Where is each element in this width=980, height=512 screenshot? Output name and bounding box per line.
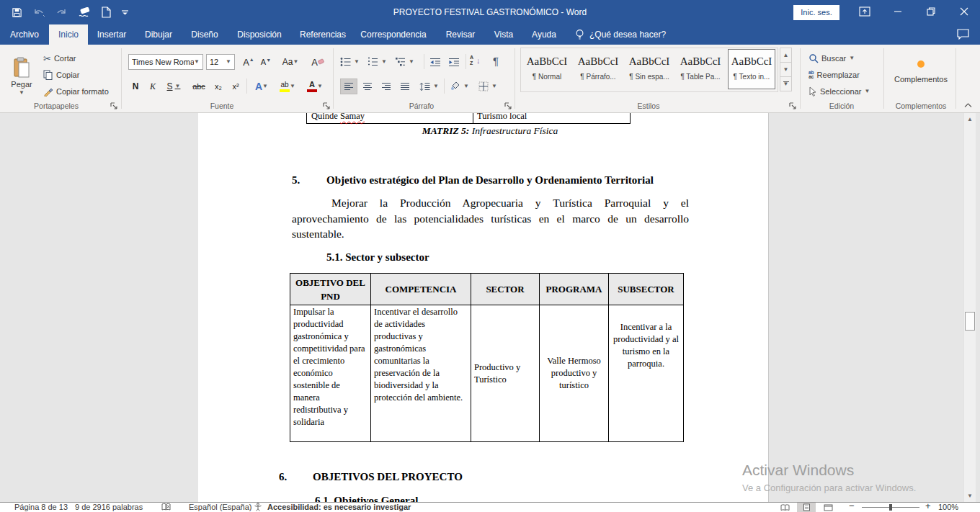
justify-button[interactable] bbox=[396, 78, 414, 94]
tab-dibujar[interactable]: Dibujar bbox=[137, 24, 180, 45]
chevron-down-icon: ▼ bbox=[381, 59, 387, 65]
zoom-out-button[interactable]: − bbox=[849, 501, 855, 511]
page-indicator[interactable]: Página 8 de 13 bbox=[14, 503, 68, 512]
scroll-down-icon[interactable]: ▼ bbox=[964, 490, 976, 502]
style-table-paragraph[interactable]: AaBbCcI ¶ Table Pa... bbox=[677, 49, 724, 89]
styles-scroll-up-button[interactable]: ▲ bbox=[780, 48, 792, 63]
paste-button[interactable]: Pegar ▼ bbox=[6, 49, 37, 104]
align-center-button[interactable] bbox=[359, 78, 376, 94]
strikethrough-button[interactable]: abc bbox=[189, 78, 209, 94]
text-effects-button[interactable]: A▼ bbox=[251, 78, 272, 94]
shading-button[interactable]: ▼ bbox=[450, 78, 469, 94]
clipboard-dialog-launcher-icon[interactable] bbox=[110, 100, 119, 109]
web-layout-button[interactable] bbox=[819, 503, 837, 512]
tab-ayuda[interactable]: Ayuda bbox=[525, 24, 564, 45]
italic-button[interactable]: K bbox=[145, 78, 161, 94]
select-button[interactable]: Seleccionar ▼ bbox=[808, 84, 870, 99]
clear-formatting-button[interactable]: A bbox=[310, 54, 326, 70]
align-right-button[interactable] bbox=[378, 78, 395, 94]
highlight-color-button[interactable]: ab ▼ bbox=[275, 78, 300, 94]
bold-button[interactable]: N bbox=[128, 78, 143, 94]
scrollbar-thumb[interactable] bbox=[965, 312, 975, 331]
styles-more-button[interactable]: ▼ bbox=[780, 76, 792, 91]
tab-referencias[interactable]: Referencias bbox=[294, 24, 352, 45]
decrease-indent-button[interactable] bbox=[429, 54, 441, 70]
customize-qat-icon[interactable] bbox=[122, 9, 128, 16]
increase-indent-button[interactable] bbox=[448, 54, 460, 70]
select-pointer-icon bbox=[808, 86, 817, 96]
multilevel-list-button[interactable]: ▼ bbox=[395, 54, 414, 70]
zoom-level[interactable]: 100% bbox=[938, 503, 958, 512]
style-texto-independiente[interactable]: AaBbCcI ¶ Texto in... bbox=[728, 49, 775, 89]
tab-disposicion[interactable]: Disposición bbox=[231, 24, 288, 45]
bullets-button[interactable]: ▼ bbox=[340, 54, 360, 70]
tab-vista[interactable]: Vista bbox=[487, 24, 520, 45]
print-layout-button[interactable] bbox=[797, 503, 816, 512]
replace-button[interactable]: abac Reemplazar bbox=[808, 67, 860, 83]
undo-icon[interactable] bbox=[33, 7, 45, 17]
zoom-in-button[interactable]: + bbox=[925, 501, 931, 511]
font-size-value: 12 bbox=[210, 58, 218, 66]
tab-archivo[interactable]: Archivo bbox=[4, 24, 45, 45]
accessibility-status[interactable]: Accesibilidad: es necesario investigar bbox=[267, 503, 411, 512]
zoom-slider-thumb[interactable] bbox=[889, 504, 892, 511]
close-button[interactable] bbox=[950, 0, 979, 23]
tab-revisar[interactable]: Revisar bbox=[438, 24, 483, 45]
word-count[interactable]: 9 de 2916 palabras bbox=[75, 503, 143, 512]
paragraph-dialog-launcher-icon[interactable] bbox=[504, 100, 513, 109]
style-parrafo[interactable]: AaBbCcI ¶ Párrafo... bbox=[574, 49, 622, 89]
tab-correspondencia[interactable]: Correspondencia bbox=[356, 24, 431, 45]
scroll-up-icon[interactable]: ▲ bbox=[964, 113, 976, 125]
tab-insertar[interactable]: Insertar bbox=[89, 24, 134, 45]
find-button[interactable]: Buscar ▼ bbox=[808, 50, 855, 66]
cut-button[interactable]: ✂ Cortar bbox=[43, 50, 76, 66]
style-normal[interactable]: AaBbCcI ¶ Normal bbox=[523, 49, 571, 89]
shrink-font-button[interactable]: A▼ bbox=[258, 54, 274, 70]
chevron-down-icon: ▼ bbox=[262, 84, 268, 89]
styles-scroll-down-button[interactable]: ▼ bbox=[780, 62, 792, 77]
format-painter-button[interactable]: Copiar formato bbox=[43, 84, 109, 99]
paste-label: Pegar bbox=[11, 80, 32, 89]
numbering-button[interactable]: ▼ bbox=[368, 54, 387, 70]
pilcrow-icon: ¶ bbox=[493, 55, 499, 67]
tell-me-box[interactable]: ¿Qué desea hacer? bbox=[575, 24, 666, 45]
align-left-button[interactable] bbox=[340, 78, 357, 94]
save-icon[interactable] bbox=[12, 7, 22, 18]
superscript-button[interactable]: x² bbox=[228, 78, 244, 94]
tab-diseno[interactable]: Diseño bbox=[183, 24, 226, 45]
redo-icon[interactable] bbox=[55, 7, 67, 17]
ribbon-display-options-button[interactable] bbox=[850, 0, 879, 23]
add-ins-button[interactable]: Complementos bbox=[888, 50, 954, 94]
sort-button[interactable]: AZ ↓ bbox=[470, 53, 481, 68]
language-indicator[interactable]: Español (España) bbox=[189, 503, 251, 512]
accessibility-icon[interactable] bbox=[254, 503, 262, 512]
restore-button[interactable] bbox=[917, 0, 945, 23]
read-mode-button[interactable] bbox=[775, 503, 794, 512]
change-case-button[interactable]: Aa▼ bbox=[280, 54, 301, 70]
underline-button[interactable]: S▼ bbox=[162, 78, 185, 94]
style-sin-espaciado[interactable]: AaBbCcI ¶ Sin espa... bbox=[625, 49, 673, 89]
line-spacing-button[interactable]: ▼ bbox=[419, 78, 439, 94]
show-marks-button[interactable]: ¶ bbox=[493, 53, 499, 68]
font-size-combobox[interactable]: 12 ▼ bbox=[206, 54, 235, 70]
clear-formatting-label: A bbox=[311, 57, 318, 68]
new-document-icon[interactable] bbox=[102, 6, 111, 18]
borders-button[interactable]: ▼ bbox=[478, 78, 497, 94]
subscript-button[interactable]: x₂ bbox=[210, 78, 226, 94]
comments-icon[interactable] bbox=[957, 29, 969, 42]
grow-font-button[interactable]: A▲ bbox=[241, 54, 257, 70]
ink-eraser-icon[interactable] bbox=[78, 7, 91, 18]
font-name-combobox[interactable]: Times New Roma ▼ bbox=[128, 54, 203, 70]
font-dialog-launcher-icon[interactable] bbox=[323, 100, 331, 109]
font-color-button[interactable]: A ▼ bbox=[303, 78, 327, 94]
tab-inicio[interactable]: Inicio bbox=[49, 24, 88, 45]
proofing-errors-icon[interactable] bbox=[161, 503, 171, 512]
document-page[interactable]: Quinde Samay Turismo local MATRIZ 5: Inf… bbox=[198, 113, 769, 502]
minimize-button[interactable] bbox=[883, 0, 912, 23]
subscript-label: x₂ bbox=[215, 82, 222, 91]
collapse-ribbon-icon[interactable] bbox=[964, 102, 972, 109]
sign-in-button[interactable]: Inic. ses. bbox=[793, 5, 839, 20]
copy-button[interactable]: Copiar bbox=[43, 67, 79, 83]
styles-dialog-launcher-icon[interactable] bbox=[789, 100, 798, 109]
vertical-scrollbar[interactable]: ▲ ▼ bbox=[963, 113, 976, 502]
